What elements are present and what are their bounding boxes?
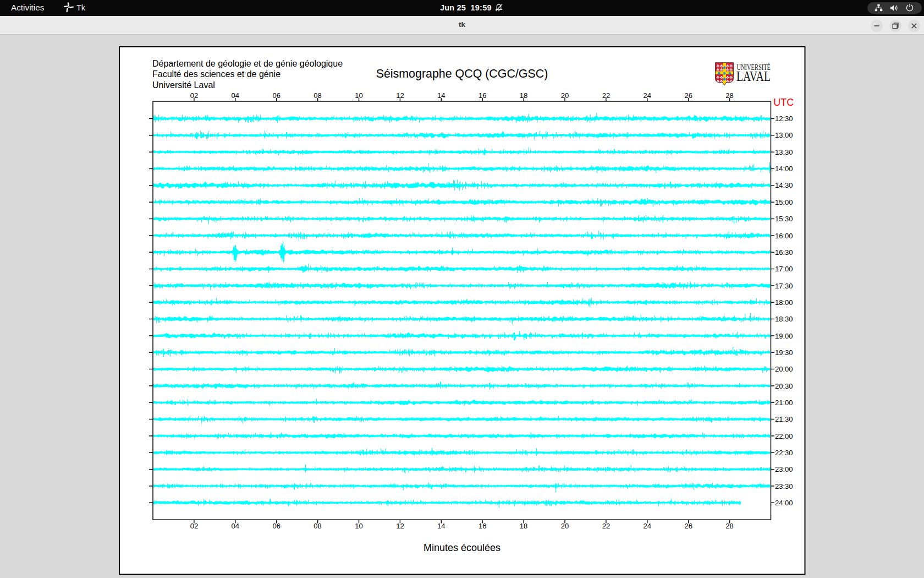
svg-text:04: 04 [231, 522, 239, 530]
svg-text:17:00: 17:00 [775, 265, 793, 273]
svg-text:20:30: 20:30 [775, 382, 793, 390]
svg-text:08: 08 [314, 91, 321, 100]
svg-text:19:00: 19:00 [775, 332, 793, 340]
svg-text:04: 04 [231, 91, 239, 100]
svg-text:14:00: 14:00 [775, 165, 793, 173]
svg-text:12:30: 12:30 [775, 114, 793, 123]
svg-text:Séismographe QCQ (CGC/GSC): Séismographe QCQ (CGC/GSC) [376, 67, 548, 80]
svg-text:20:00: 20:00 [775, 365, 793, 373]
svg-text:14: 14 [437, 91, 445, 100]
svg-text:Université Laval: Université Laval [152, 80, 215, 90]
svg-text:16:30: 16:30 [775, 248, 793, 257]
svg-text:10: 10 [355, 522, 362, 530]
svg-text:08: 08 [314, 522, 321, 530]
svg-text:12: 12 [396, 522, 404, 530]
svg-text:24:00: 24:00 [775, 499, 793, 507]
svg-text:18:00: 18:00 [775, 298, 793, 307]
svg-text:28: 28 [725, 91, 733, 100]
svg-text:13:30: 13:30 [775, 148, 793, 156]
svg-text:17:30: 17:30 [775, 282, 793, 290]
svg-text:18: 18 [519, 522, 527, 530]
svg-text:21:00: 21:00 [775, 399, 793, 407]
svg-text:26: 26 [684, 522, 692, 530]
svg-text:02: 02 [190, 91, 197, 100]
svg-text:Faculté des sciences et de gén: Faculté des sciences et de génie [152, 69, 280, 79]
svg-text:12: 12 [396, 91, 404, 100]
svg-text:16: 16 [478, 522, 486, 530]
svg-text:23:00: 23:00 [775, 465, 793, 473]
svg-text:Minutes écoulées: Minutes écoulées [423, 542, 500, 553]
svg-text:24: 24 [643, 91, 651, 100]
svg-text:20: 20 [560, 91, 568, 100]
svg-text:26: 26 [684, 91, 692, 100]
svg-text:19:30: 19:30 [775, 348, 793, 357]
svg-text:18:30: 18:30 [775, 315, 793, 323]
svg-text:16: 16 [478, 91, 486, 100]
svg-text:23:30: 23:30 [775, 482, 793, 490]
svg-text:28: 28 [725, 522, 733, 530]
svg-text:LAVAL: LAVAL [736, 68, 771, 84]
svg-text:18: 18 [519, 91, 527, 100]
svg-text:Département de géologie et de: Département de géologie et de génie géol… [152, 59, 343, 68]
svg-text:24: 24 [643, 522, 651, 530]
svg-text:20: 20 [560, 522, 568, 530]
svg-text:10: 10 [355, 91, 362, 100]
svg-text:22: 22 [602, 522, 609, 530]
svg-text:15:00: 15:00 [775, 198, 793, 206]
svg-text:13:00: 13:00 [775, 131, 793, 139]
svg-text:14:30: 14:30 [775, 181, 793, 189]
svg-text:15:30: 15:30 [775, 215, 793, 223]
svg-text:06: 06 [272, 522, 280, 530]
svg-text:UTC: UTC [773, 97, 794, 108]
svg-text:22:30: 22:30 [775, 449, 793, 457]
svg-text:02: 02 [190, 522, 197, 530]
svg-text:22: 22 [602, 91, 609, 100]
svg-text:06: 06 [272, 91, 280, 100]
svg-text:16:00: 16:00 [775, 232, 793, 240]
svg-text:14: 14 [437, 522, 445, 530]
svg-text:21:30: 21:30 [775, 415, 793, 423]
svg-text:22:00: 22:00 [775, 432, 793, 440]
